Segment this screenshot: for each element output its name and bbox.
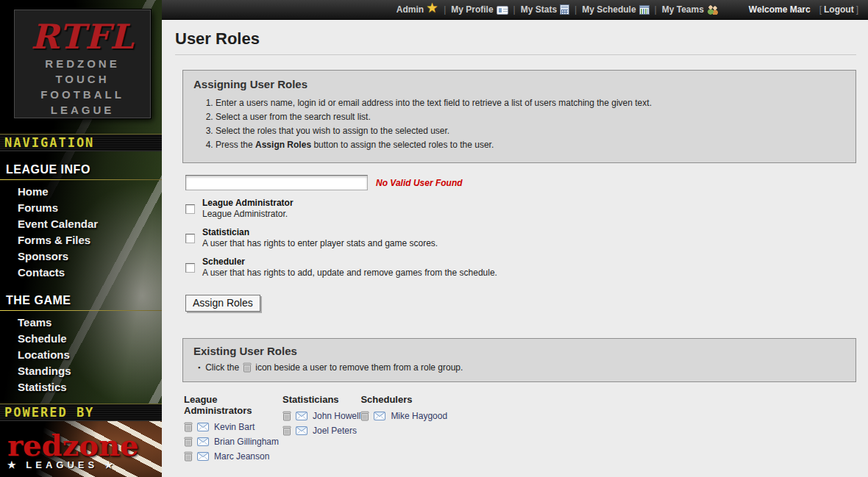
sidebar-item[interactable]: Event Calendar	[0, 216, 162, 232]
redzone-logo-name: redzone	[7, 431, 162, 459]
step-text: Press the	[216, 140, 255, 150]
redzone-logo-sub: ★ LEAGUES ★	[7, 459, 162, 470]
redzone-leagues-logo: redzone ★ LEAGUES ★	[0, 421, 162, 477]
existing-user-roles-box: Existing User Roles ▪ Click the icon bes…	[182, 338, 856, 382]
rtfl-logo-line: TOUCH	[15, 71, 150, 87]
user-search-row: No Valid User Found	[185, 175, 856, 190]
topbar-menu-item[interactable]: My Stats	[521, 4, 569, 15]
user-name-link[interactable]: Mike Haygood	[391, 411, 447, 421]
sidebar-item[interactable]: Standings	[0, 363, 162, 379]
role-row: League Administrator League Administrato…	[185, 198, 856, 220]
welcome-text: Welcome Marc	[749, 4, 811, 15]
separator: |	[508, 4, 521, 15]
assigning-step: Select the roles that you wish to assign…	[216, 126, 845, 137]
assigning-steps: Enter a users name, login id or email ad…	[216, 98, 845, 151]
sidebar-items: HomeForumsEvent CalendarForms & FilesSpo…	[0, 180, 162, 282]
role-group-title: Schedulers	[360, 394, 477, 405]
no-valid-user-message: No Valid User Found	[376, 178, 463, 188]
user-row: Marc Jeanson	[184, 451, 282, 462]
sidebar-item[interactable]: Statistics	[0, 379, 162, 395]
email-user-icon[interactable]	[197, 423, 209, 431]
role-group-users: Mike Haygood	[360, 411, 477, 421]
sidebar-items: TeamsScheduleLocationsStandingsStatistic…	[0, 311, 162, 397]
role-checkbox[interactable]	[185, 204, 195, 214]
sidebar-section-title: THE GAME	[0, 288, 162, 308]
remove-user-bin-icon[interactable]	[360, 411, 369, 421]
user-name-link[interactable]: Brian Gillingham	[214, 437, 279, 447]
role-name: Scheduler	[202, 257, 497, 268]
bin-icon	[243, 362, 252, 373]
content: User Roles Assigning User Roles Enter a …	[162, 20, 868, 477]
rtfl-logo-line: FOOTBALL	[15, 87, 150, 102]
sidebar-item[interactable]: Forms & Files	[0, 232, 162, 248]
rtfl-logo-line: LEAGUE	[15, 102, 150, 118]
topbar-menu-item[interactable]: My Teams	[662, 4, 719, 15]
topbar: Admin | My Profile | My Stats |	[162, 0, 868, 20]
page: RTFL REDZONETOUCHFOOTBALLLEAGUE NAVIGATI…	[0, 0, 868, 477]
email-user-icon[interactable]	[374, 412, 385, 420]
assigning-step: Press the Assign Roles button to assign …	[216, 140, 845, 151]
user-name-link[interactable]: Joel Peters	[313, 426, 357, 436]
remove-user-bin-icon[interactable]	[282, 411, 291, 421]
existing-heading: Existing User Roles	[193, 345, 845, 357]
sidebar-section: THE GAME TeamsScheduleLocationsStandings…	[0, 288, 162, 397]
step-text: Enter a users name, login id or email ad…	[216, 98, 652, 108]
user-name-link[interactable]: John Howell	[313, 411, 360, 421]
sidebar-item[interactable]: Forums	[0, 200, 162, 216]
remove-user-bin-icon[interactable]	[282, 426, 291, 436]
sidebar-item[interactable]: Contacts	[0, 265, 162, 281]
assign-roles-button[interactable]: Assign Roles	[185, 295, 260, 312]
topbar-menu-item[interactable]: My Profile	[451, 4, 508, 15]
sidebar-item[interactable]: Teams	[0, 315, 162, 331]
logout-link[interactable]: [ Logout ]	[817, 4, 861, 15]
user-row: Mike Haygood	[360, 411, 477, 421]
role-name: League Administrator	[202, 198, 294, 209]
email-user-icon[interactable]	[296, 412, 307, 420]
role-group-users: John Howell Joel Peters	[282, 411, 360, 436]
rtfl-logo-lines: REDZONETOUCHFOOTBALLLEAGUE	[15, 56, 150, 118]
page-title: User Roles	[175, 29, 856, 49]
assigning-step: Select a user from the search result lis…	[216, 112, 845, 123]
email-user-icon[interactable]	[197, 437, 209, 446]
sidebar-sections: LEAGUE INFO HomeForumsEvent CalendarForm…	[0, 151, 162, 397]
sidebar: RTFL REDZONETOUCHFOOTBALLLEAGUE NAVIGATI…	[0, 0, 162, 477]
email-user-icon[interactable]	[197, 452, 209, 461]
role-group-users: Kevin Bart Brian Gillingham	[184, 422, 282, 462]
star-icon	[427, 4, 438, 15]
topbar-menu-label: My Teams	[662, 4, 707, 15]
role-row: Scheduler A user that has rights to add,…	[185, 257, 856, 279]
sidebar-item[interactable]: Locations	[0, 347, 162, 363]
user-name-link[interactable]: Kevin Bart	[214, 422, 255, 432]
role-name: Statistician	[202, 227, 438, 238]
user-row: Brian Gillingham	[184, 437, 282, 447]
topbar-menu-label: My Stats	[521, 4, 560, 15]
sidebar-item[interactable]: Home	[0, 184, 162, 200]
topbar-menu-item[interactable]: My Schedule	[582, 4, 649, 15]
role-checkbox-list: League Administrator League Administrato…	[185, 198, 856, 279]
assigning-heading: Assigning User Roles	[193, 78, 845, 90]
note-text: icon beside a user to remove them from a…	[255, 362, 463, 373]
rtfl-logo: RTFL REDZONETOUCHFOOTBALLLEAGUE	[14, 10, 151, 118]
sidebar-item[interactable]: Sponsors	[0, 248, 162, 265]
remove-user-bin-icon[interactable]	[184, 422, 193, 432]
sidebar-item[interactable]: Schedule	[0, 331, 162, 347]
calculator-icon	[560, 4, 569, 15]
separator: |	[569, 4, 582, 15]
separator: |	[438, 4, 451, 15]
sidebar-section-title: LEAGUE INFO	[0, 157, 162, 177]
user-name-link[interactable]: Marc Jeanson	[214, 451, 269, 462]
remove-user-bin-icon[interactable]	[184, 451, 193, 462]
role-description: League Administrator.	[202, 209, 288, 219]
topbar-menu-item[interactable]: Admin	[396, 4, 438, 15]
role-row: Statistician A user that has rights to e…	[185, 227, 856, 249]
role-description: A user that has rights to add, update an…	[202, 268, 497, 278]
role-group: Schedulers Mike Haygood	[360, 394, 477, 466]
email-user-icon[interactable]	[296, 426, 307, 435]
remove-user-bin-icon[interactable]	[184, 437, 193, 447]
powered-by-banner: POWERED BY	[0, 404, 162, 421]
user-search-input[interactable]	[185, 175, 368, 190]
role-checkbox[interactable]	[185, 263, 195, 273]
logout-label: Logout	[824, 4, 854, 15]
rtfl-logo-line: REDZONE	[15, 56, 150, 71]
role-checkbox[interactable]	[185, 234, 195, 243]
